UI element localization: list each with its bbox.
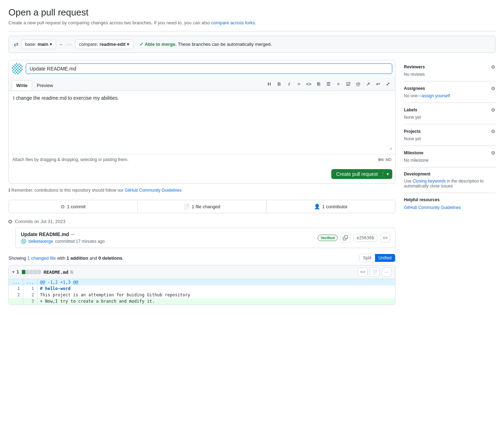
- task-list-icon[interactable]: ☑: [344, 79, 353, 88]
- link-icon[interactable]: ⎘: [314, 79, 323, 88]
- stats-bar: ⊙ 1 commit 📄 1 file changed 👤 1 contribu…: [8, 200, 395, 213]
- mention-icon[interactable]: @: [354, 79, 363, 88]
- diff-table: ... ... @@ -1,2 +1,3 @@ 1 1 # hello-word…: [9, 279, 395, 304]
- code-icon[interactable]: <>: [304, 79, 313, 88]
- projects-title: Projects: [404, 129, 420, 134]
- file-icon: 📄: [372, 270, 377, 274]
- unified-view-button[interactable]: Unified: [375, 254, 395, 262]
- editor-tabs: Write Preview H B I ≡ <> ⎘ ☰ ≡ ☑ @ ↗ ↩ ⤢: [9, 77, 395, 91]
- italic-icon[interactable]: I: [284, 79, 294, 88]
- diff-old-line-1: 1: [9, 285, 23, 292]
- diff-hunk-row: ... ... @@ -1,2 +1,3 @@: [9, 279, 395, 285]
- note-text: Remember, contributions to this reposito…: [11, 188, 123, 193]
- branch-back-icon: ←: [59, 42, 64, 47]
- commit-msg-text: Update README.md: [21, 231, 69, 237]
- changed-file-link[interactable]: 1 changed file: [27, 255, 56, 261]
- subtitle-text: Create a new pull request by comparing c…: [8, 20, 210, 25]
- commit-hash-button[interactable]: e25636b: [353, 234, 377, 242]
- labels-header: Labels ⚙: [404, 107, 496, 113]
- file-stat-icon: 📄: [184, 204, 190, 209]
- compare-label: compare:: [79, 42, 98, 47]
- browse-repo-at-commit-button[interactable]: <>: [380, 233, 390, 243]
- commit-dots[interactable]: ···: [71, 232, 75, 237]
- attach-area: Attach files by dragging & dropping, sel…: [9, 154, 395, 165]
- commits-date-header: Commits on Jul 31, 2023: [8, 219, 395, 224]
- create-pr-label: Create pull request: [331, 171, 383, 177]
- showing-text: Showing 1 changed file with 1 addition a…: [8, 255, 124, 261]
- ordered-list-icon[interactable]: ≡: [334, 79, 343, 88]
- diff-new-line-3: 3: [23, 298, 37, 304]
- community-guidelines-sidebar-link[interactable]: GitHub Community Guidelines: [404, 205, 461, 210]
- view-toggle: Split Unified: [359, 254, 395, 262]
- with-text: with: [57, 255, 65, 261]
- helpful-header: Helpful resources: [404, 197, 496, 202]
- tab-preview[interactable]: Preview: [32, 80, 57, 90]
- editor-body: I change the readme.md to exercise my ab…: [9, 91, 395, 154]
- contributor-stat-icon: 👤: [314, 204, 320, 209]
- commit-author-link[interactable]: beiketaoerge: [29, 239, 53, 244]
- undo-icon[interactable]: ↩: [373, 79, 382, 88]
- merge-able-text: Able to merge.: [145, 42, 177, 47]
- sidebar-development-section: Development Use Closing keywords in the …: [404, 167, 496, 193]
- base-label: base:: [25, 42, 36, 47]
- showing-label: Showing: [8, 255, 26, 261]
- diff-more-options-button[interactable]: ···: [382, 267, 392, 277]
- diff-open-file-button[interactable]: 📄: [370, 267, 380, 277]
- quote-icon[interactable]: ≡: [294, 79, 303, 88]
- unordered-list-icon[interactable]: ☰: [324, 79, 333, 88]
- community-guidelines-link[interactable]: GitHub Community Guidelines: [125, 188, 182, 193]
- contributor-stat-text: 1 contributor: [322, 204, 348, 209]
- development-header: Development: [404, 172, 496, 177]
- milestone-header: Milestone ⚙: [404, 150, 496, 156]
- sidebar-reviewers-section: Reviewers ⚙ No reviews: [404, 60, 496, 81]
- bold-icon[interactable]: B: [275, 79, 284, 88]
- avatar: [12, 63, 23, 74]
- diff-hunk-content: @@ -1,2 +1,3 @@: [37, 279, 395, 285]
- main-layout: Write Preview H B I ≡ <> ⎘ ☰ ≡ ☑ @ ↗ ↩ ⤢: [8, 60, 496, 305]
- assignees-gear-icon[interactable]: ⚙: [491, 86, 496, 91]
- copy-filename-icon[interactable]: ⎘: [70, 270, 73, 275]
- base-branch-selector[interactable]: base: main ▾: [21, 39, 56, 49]
- closing-keywords-link[interactable]: Closing keywords: [413, 179, 446, 184]
- create-pr-dropdown-icon[interactable]: ▾: [383, 172, 392, 177]
- file-stat-text: 1 file changed: [192, 204, 220, 209]
- copy-commit-hash-button[interactable]: [340, 233, 350, 243]
- stat-files: 📄 1 file changed: [138, 200, 267, 213]
- more-options-icon: ···: [385, 270, 388, 274]
- commit-author-avatar: [21, 239, 26, 244]
- labels-gear-icon[interactable]: ⚙: [491, 107, 496, 113]
- compare-branch-name: readme-edit: [99, 42, 125, 47]
- commit-stat-icon: ⊙: [61, 204, 65, 209]
- diff-collapse-toggle[interactable]: ▾: [12, 270, 14, 274]
- ellipsis-icon: ···: [67, 42, 72, 47]
- base-dropdown-icon: ▾: [50, 42, 52, 47]
- assign-yourself-link[interactable]: assign yourself: [422, 93, 450, 98]
- milestone-title: Milestone: [404, 150, 423, 155]
- expand-icon[interactable]: ⤢: [383, 79, 392, 88]
- labels-title: Labels: [404, 107, 417, 112]
- reviewers-gear-icon[interactable]: ⚙: [491, 64, 496, 70]
- pr-body-textarea[interactable]: I change the readme.md to exercise my ab…: [12, 94, 392, 150]
- heading-icon[interactable]: H: [265, 79, 274, 88]
- branch-bar: ⇄ base: main ▾ ← ··· compare: readme-edi…: [8, 36, 496, 53]
- diff-content-2: This project is an attemption for buidin…: [37, 292, 395, 298]
- create-pr-button[interactable]: Create pull request ▾: [331, 169, 392, 179]
- ref-icon[interactable]: ↗: [363, 79, 373, 88]
- main-content: Write Preview H B I ≡ <> ⎘ ☰ ≡ ☑ @ ↗ ↩ ⤢: [8, 60, 395, 305]
- code-icon: <>: [360, 270, 365, 274]
- diff-old-line-3: [9, 298, 23, 304]
- diff-hunk-old-num: ...: [9, 279, 23, 285]
- projects-gear-icon[interactable]: ⚙: [491, 129, 496, 134]
- swap-branches-icon[interactable]: ⇄: [14, 41, 18, 48]
- compare-branch-selector[interactable]: compare: readme-edit ▾: [75, 39, 133, 49]
- diff-header: ▾ 1 README.md ⎘ <>: [9, 265, 395, 279]
- tab-write[interactable]: Write: [12, 80, 32, 90]
- diff-code-view-button[interactable]: <>: [358, 267, 368, 277]
- milestone-gear-icon[interactable]: ⚙: [491, 150, 496, 156]
- table-row: 1 1 # hello-word: [9, 285, 395, 292]
- reviewers-header: Reviewers ⚙: [404, 64, 496, 70]
- md-label: MD: [386, 158, 392, 162]
- compare-forks-link[interactable]: compare across forks: [211, 20, 255, 25]
- split-view-button[interactable]: Split: [359, 254, 375, 262]
- pr-title-input[interactable]: [26, 63, 392, 74]
